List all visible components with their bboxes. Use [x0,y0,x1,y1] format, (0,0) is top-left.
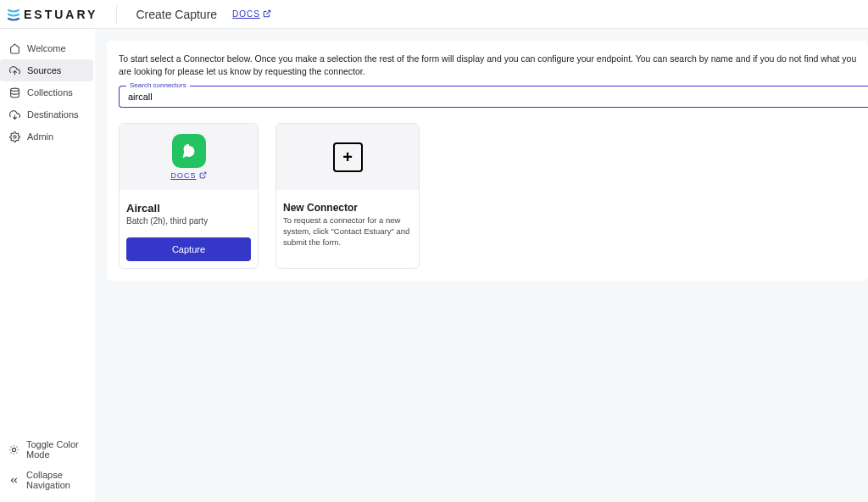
page-title: Create Capture [136,8,217,21]
toggle-color-mode[interactable]: Toggle Color Mode [0,434,95,465]
new-connector-subtitle: To request a connector for a new system,… [283,215,412,248]
connector-card-aircall: DOCS Aircall Batch (2h), third party Cap… [119,123,259,269]
home-icon [8,42,20,54]
docs-label: DOCS [170,171,196,180]
cloud-download-icon [8,109,20,120]
docs-link[interactable]: DOCS [232,9,271,20]
sidebar-item-admin[interactable]: Admin [0,126,93,148]
brightness-icon [8,443,19,455]
connector-subtitle: Batch (2h), third party [126,216,251,226]
sidebar-item-collections[interactable]: Collections [0,81,93,103]
aircall-logo-icon [172,134,206,168]
sidebar-item-label: Destinations [27,109,79,120]
content-panel: To start select a Connector below. Once … [107,41,868,281]
collapse-navigation[interactable]: Collapse Navigation [0,465,95,495]
intro-text: To start select a Connector below. Once … [119,53,868,77]
database-icon [8,86,20,98]
content-area: To start select a Connector below. Once … [95,29,868,502]
chevrons-left-icon [8,474,19,486]
search-input[interactable] [120,86,868,107]
external-link-icon [263,9,271,20]
connector-title: Aircall [126,202,251,215]
sidebar-bottom-label: Toggle Color Mode [26,439,86,460]
svg-point-1 [10,88,19,91]
sidebar-item-label: Sources [27,65,61,75]
svg-point-3 [12,448,15,451]
new-connector-card[interactable]: + New Connector To request a connector f… [275,123,420,269]
connector-docs-link[interactable]: DOCS [170,171,206,181]
sidebar-item-label: Welcome [27,43,66,53]
plus-icon: + [333,142,363,172]
search-connectors-field: Search connectors [119,86,868,108]
new-connector-title: New Connector [283,202,412,214]
sidebar-bottom-label: Collapse Navigation [26,470,86,490]
svg-point-2 [13,135,15,137]
capture-button[interactable]: Capture [126,237,251,261]
cloud-upload-icon [8,64,20,76]
search-label: Search connectors [126,81,190,89]
sidebar-item-sources[interactable]: Sources [0,59,93,81]
sidebar-item-label: Collections [27,87,73,98]
docs-label: DOCS [232,9,260,19]
header: ESTUARY Create Capture DOCS [0,0,868,29]
logo-text: ESTUARY [24,8,97,21]
sidebar-item-welcome[interactable]: Welcome [0,37,93,59]
svg-line-0 [266,10,270,14]
header-divider [116,5,117,24]
sidebar: Welcome Sources Collections Destinations… [0,29,95,502]
sidebar-item-label: Admin [27,131,53,142]
logo[interactable]: ESTUARY [7,8,97,21]
external-link-icon [199,171,207,181]
svg-line-4 [202,172,205,176]
sidebar-item-destinations[interactable]: Destinations [0,103,93,126]
gear-icon [8,131,20,142]
estuary-logo-icon [7,8,20,21]
